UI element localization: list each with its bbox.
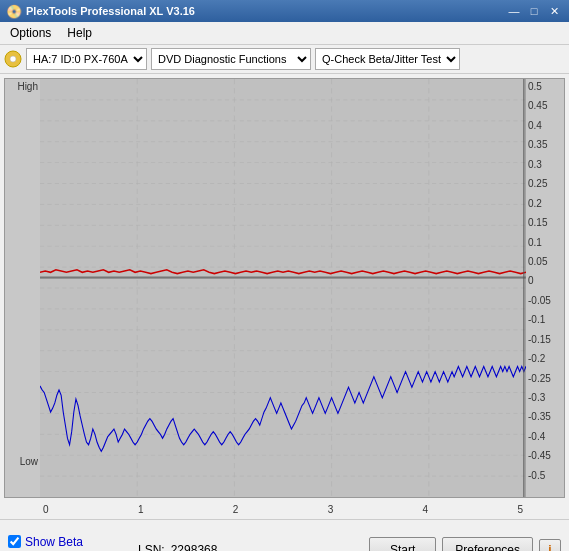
drive-icon	[4, 50, 22, 68]
svg-point-1	[10, 56, 16, 62]
checkboxes: Show Beta Show Jitter	[8, 535, 118, 552]
right-controls: Start Preferences i	[369, 537, 561, 552]
start-button[interactable]: Start	[369, 537, 436, 552]
bottom-panel: Show Beta Show Jitter LSN: 2298368 Start…	[0, 519, 569, 551]
lsn-label: LSN:	[138, 543, 165, 552]
menu-help[interactable]: Help	[61, 24, 98, 42]
window-title: PlexTools Professional XL V3.16	[26, 5, 503, 17]
y-label-low: Low	[7, 456, 38, 467]
menu-options[interactable]: Options	[4, 24, 57, 42]
titlebar: 📀 PlexTools Professional XL V3.16 — □ ✕	[0, 0, 569, 22]
preferences-button[interactable]: Preferences	[442, 537, 533, 552]
menubar: Options Help	[0, 22, 569, 45]
show-beta-row: Show Beta	[8, 535, 118, 549]
lsn-area: LSN: 2298368	[138, 543, 217, 552]
toolbar: HA:7 ID:0 PX-760A DVD Diagnostic Functio…	[0, 45, 569, 74]
lsn-value: 2298368	[171, 543, 218, 552]
maximize-button[interactable]: □	[525, 2, 543, 20]
svg-rect-2	[40, 79, 526, 497]
info-button[interactable]: i	[539, 539, 561, 552]
y-axis-right: 0.5 0.45 0.4 0.35 0.3 0.25 0.2 0.15 0.1 …	[526, 79, 564, 497]
show-beta-label: Show Beta	[25, 535, 83, 549]
chart-svg	[40, 79, 526, 497]
main-area: High Low	[0, 74, 569, 519]
y-axis-left: High Low	[5, 79, 40, 497]
show-beta-checkbox[interactable]	[8, 535, 21, 548]
chart-container: High Low	[4, 78, 565, 498]
y-label-high: High	[7, 81, 38, 92]
x-axis: 0 1 2 3 4 5	[39, 502, 527, 515]
chart-area	[40, 79, 526, 497]
info-icon: i	[548, 543, 551, 552]
app-icon: 📀	[6, 4, 22, 19]
close-button[interactable]: ✕	[545, 2, 563, 20]
minimize-button[interactable]: —	[505, 2, 523, 20]
function-select[interactable]: DVD Diagnostic Functions	[151, 48, 311, 70]
test-select[interactable]: Q-Check Beta/Jitter Test	[315, 48, 460, 70]
drive-select[interactable]: HA:7 ID:0 PX-760A	[26, 48, 147, 70]
